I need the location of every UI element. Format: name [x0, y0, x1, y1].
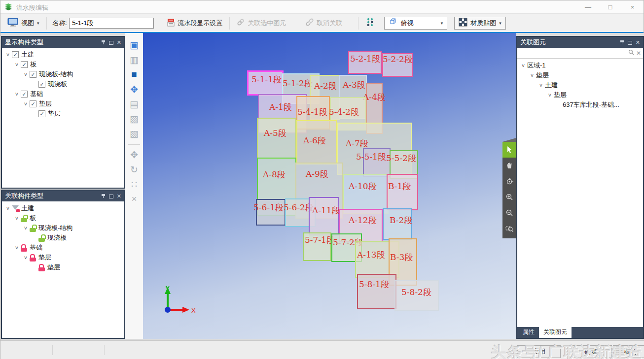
- move-tool-icon[interactable]: ✥: [127, 82, 141, 96]
- filter-lock-icon[interactable]: [12, 205, 19, 212]
- pin-icon[interactable]: [620, 40, 624, 45]
- tree-item-label: 板: [30, 214, 36, 223]
- tree-item-637车库北段-基础...[interactable]: 637车库北段-基础...: [517, 100, 643, 110]
- tree-item-基础[interactable]: ˅基础: [2, 243, 124, 253]
- minimize-button[interactable]: —: [577, 0, 599, 14]
- tab-属性[interactable]: 属性: [518, 327, 539, 338]
- tree-item-垫层[interactable]: ˅✓垫层: [2, 99, 124, 109]
- search-icon[interactable]: [628, 49, 634, 57]
- tree-item-现浇板-结构[interactable]: ˅✓现浇板-结构: [2, 69, 124, 79]
- unlocked-icon[interactable]: [38, 234, 45, 242]
- canvas[interactable]: X Y 5-2-1段5-2-2段5-1-1段5-1-2段A-2段A-3段A-4段…: [143, 33, 516, 339]
- tab-关联图元[interactable]: 关联图元: [539, 327, 572, 338]
- expand-arrow-icon[interactable]: ˅: [22, 255, 30, 261]
- expand-arrow-icon[interactable]: ˅: [519, 63, 527, 68]
- status-bar: 应用确定取消 头条号/ 广联达新建造: [0, 340, 644, 359]
- edit-region-icon[interactable]: ▧: [127, 127, 141, 140]
- tree-item-区域-1[interactable]: ˅区域-1: [517, 61, 643, 70]
- copy-region-icon[interactable]: ▤: [127, 97, 141, 111]
- zoom-window-button[interactable]: [502, 221, 516, 236]
- search-input[interactable]: [519, 49, 626, 58]
- tree-item-现浇板-结构[interactable]: ˅现浇板-结构: [2, 223, 124, 233]
- clear-search-icon[interactable]: ✕: [636, 50, 641, 57]
- expand-arrow-icon[interactable]: ˅: [4, 205, 12, 211]
- expand-arrow-icon[interactable]: ˅: [22, 225, 30, 231]
- pan-hand-button[interactable]: [502, 158, 516, 173]
- expand-arrow-icon[interactable]: ˅: [13, 62, 21, 67]
- expand-arrow-icon[interactable]: ˅: [4, 52, 12, 58]
- tree-item-土建[interactable]: ˅土建: [2, 203, 124, 213]
- material-mode-select[interactable]: 材质贴图 ▾: [454, 17, 506, 30]
- close-icon[interactable]: ✕: [117, 40, 121, 45]
- batch-select-icon[interactable]: ▥: [127, 53, 141, 66]
- locked-icon[interactable]: [38, 264, 45, 271]
- tree-item-现浇板[interactable]: 现浇板: [2, 233, 124, 243]
- checkbox-icon[interactable]: ✓: [38, 110, 45, 117]
- tree-item-垫层[interactable]: ˅垫层: [517, 70, 643, 80]
- clear-region-icon[interactable]: ▨: [127, 112, 141, 126]
- expand-arrow-icon[interactable]: ˅: [528, 72, 536, 78]
- tree-item-垫层[interactable]: 垫层: [2, 262, 124, 272]
- link-selected-button[interactable]: 关联选中图元: [233, 16, 290, 30]
- tree-item-垫层[interactable]: ˅垫层: [517, 90, 643, 100]
- view-direction-select[interactable]: 俯视 ▾: [384, 17, 447, 30]
- region-label-A-9段: A-9段: [306, 168, 328, 180]
- locked-icon[interactable]: [21, 244, 27, 252]
- display-settings-button[interactable]: 流水段显示设置: [163, 16, 226, 30]
- float-icon[interactable]: [628, 41, 632, 45]
- region-A-10段[interactable]: [343, 174, 389, 214]
- checkbox-icon[interactable]: ✓: [30, 100, 36, 107]
- expand-arrow-icon[interactable]: ˅: [22, 101, 30, 107]
- orbit-button[interactable]: [502, 173, 516, 189]
- locked-icon[interactable]: [30, 254, 36, 261]
- tree-item-土建[interactable]: ˅✓土建: [2, 50, 124, 60]
- fit-view-icon[interactable]: ∷: [127, 177, 141, 191]
- expand-arrow-icon[interactable]: ˅: [13, 91, 21, 97]
- checkbox-icon[interactable]: ✓: [30, 71, 36, 78]
- checkbox-icon[interactable]: ✓: [12, 51, 19, 58]
- unlink-button[interactable]: 取消关联: [302, 16, 346, 30]
- tree-item-现浇板[interactable]: ✓现浇板: [2, 79, 124, 89]
- pin-icon[interactable]: [101, 40, 106, 45]
- tree-item-垫层[interactable]: ✓垫层: [2, 109, 124, 119]
- select-region-icon[interactable]: ▣: [127, 38, 141, 52]
- expand-arrow-icon[interactable]: ˅: [13, 215, 21, 221]
- view-button[interactable]: 视图 ▾: [3, 16, 43, 30]
- 取消-button[interactable]: 取消: [613, 345, 644, 358]
- 应用-button[interactable]: 应用: [517, 345, 561, 358]
- 确定-button[interactable]: 确定: [570, 345, 612, 358]
- zoom-in-button[interactable]: [502, 189, 516, 205]
- pan-icon[interactable]: ✥: [127, 148, 141, 162]
- expand-arrow-icon[interactable]: ˅: [546, 92, 554, 98]
- close-icon[interactable]: ✕: [636, 40, 640, 45]
- expand-arrow-icon[interactable]: ˅: [13, 245, 21, 251]
- checkbox-icon[interactable]: ✓: [21, 91, 28, 98]
- select-cursor-button[interactable]: [502, 142, 516, 158]
- checkbox-icon[interactable]: ✓: [38, 81, 45, 88]
- tree-item-垫层[interactable]: ˅垫层: [2, 253, 124, 262]
- close-button[interactable]: ×: [621, 0, 644, 14]
- rotate-icon[interactable]: ↻: [127, 163, 141, 176]
- region-B-1段[interactable]: [387, 174, 418, 210]
- unlocked-icon[interactable]: [21, 215, 27, 222]
- checkbox-icon[interactable]: ✓: [21, 61, 28, 68]
- close-icon[interactable]: ✕: [117, 194, 121, 198]
- unlocked-icon[interactable]: [30, 225, 36, 232]
- tree-item-板[interactable]: ˅✓板: [2, 60, 124, 69]
- fill-region-icon[interactable]: ■: [127, 67, 141, 81]
- name-input[interactable]: [69, 18, 154, 29]
- tree-item-土建[interactable]: ˅土建: [517, 80, 643, 90]
- nav-collapse-handle[interactable]: [502, 138, 516, 142]
- maximize-button[interactable]: □: [599, 0, 621, 14]
- expand-arrow-icon[interactable]: ˅: [537, 82, 545, 88]
- pin-icon[interactable]: [101, 194, 106, 198]
- region-A-11段[interactable]: [309, 197, 339, 235]
- grid-points-button[interactable]: [361, 15, 379, 31]
- expand-arrow-icon[interactable]: ˅: [22, 71, 30, 77]
- tree-item-板[interactable]: ˅板: [2, 213, 124, 223]
- delete-region-icon[interactable]: ×: [127, 192, 141, 206]
- float-icon[interactable]: [109, 41, 113, 45]
- tree-item-基础[interactable]: ˅✓基础: [2, 89, 124, 99]
- zoom-out-button[interactable]: [502, 205, 516, 221]
- float-icon[interactable]: [109, 195, 113, 198]
